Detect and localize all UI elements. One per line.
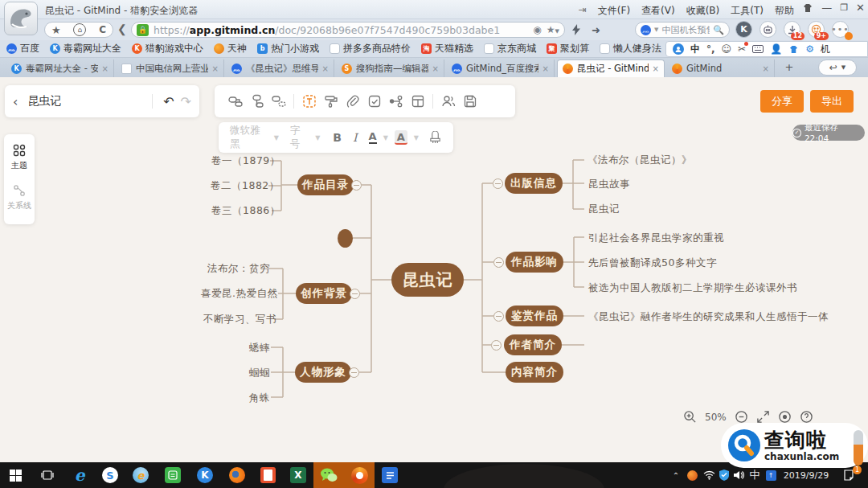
attachment-icon[interactable]: [342, 94, 363, 109]
share-button[interactable]: 分享: [760, 90, 804, 113]
floating-widget[interactable]: [854, 430, 863, 465]
wps-notebook-icon[interactable]: [252, 462, 283, 488]
mindmap-root-node[interactable]: 昆虫记: [391, 263, 464, 297]
highlight-color-button[interactable]: A: [395, 130, 407, 145]
menu-favorites[interactable]: 收藏(B): [686, 4, 720, 18]
chevron-down-icon[interactable]: ▼: [315, 134, 320, 141]
font-color-button[interactable]: A: [369, 131, 377, 144]
format-painter-icon[interactable]: [320, 94, 342, 109]
mindmap-floating-node[interactable]: [338, 229, 353, 248]
bookmark-item[interactable]: 淘天猫精选: [421, 42, 473, 55]
fit-screen-icon[interactable]: [756, 410, 770, 424]
kingsoft-icon[interactable]: K: [735, 21, 752, 38]
reader-mode-icon[interactable]: ◉: [533, 24, 541, 35]
ie-icon[interactable]: e: [64, 462, 95, 488]
shield-icon[interactable]: [717, 462, 731, 488]
home-icon[interactable]: ⌂: [73, 23, 86, 36]
tab-close-icon[interactable]: ×: [542, 64, 549, 73]
lightning-icon[interactable]: [572, 24, 580, 36]
ime-skin-icon[interactable]: [788, 45, 799, 54]
tab[interactable]: GitMind×: [667, 59, 775, 77]
ime-mode-indicator[interactable]: 中: [690, 43, 700, 56]
bookmark-item[interactable]: 天神: [214, 42, 247, 55]
tab[interactable]: S搜狗指南—编辑器×: [337, 59, 444, 77]
insert-child-node-icon[interactable]: [246, 94, 268, 109]
mindmap-topic[interactable]: 卷一（1879）: [211, 154, 280, 168]
bookmark-item[interactable]: 懒人健身法: [600, 42, 661, 55]
bookmark-item[interactable]: b热门小游戏: [257, 42, 319, 55]
excel-icon[interactable]: X: [283, 462, 313, 488]
restore-button[interactable]: ❐: [840, 2, 848, 13]
insert-sibling-node-icon[interactable]: [224, 94, 246, 109]
collapse-button[interactable]: [351, 180, 362, 191]
menu-help[interactable]: 帮助: [775, 4, 794, 18]
minimize-button[interactable]: —: [821, 2, 832, 14]
chevron-down-icon[interactable]: ▼: [383, 134, 388, 141]
ime-account-icon[interactable]: 👤: [770, 43, 782, 55]
tab[interactable]: 中国电信网上营业厅×: [117, 59, 224, 77]
task-view-button[interactable]: [32, 462, 63, 488]
mindmap-topic[interactable]: 蟋蟀: [249, 342, 270, 355]
undo-icon[interactable]: ↶: [163, 94, 174, 109]
wechat-icon[interactable]: [313, 462, 344, 488]
favorite-star-icon[interactable]: ★: [51, 24, 61, 36]
back-icon[interactable]: ‹: [13, 94, 18, 109]
go-arrow-icon[interactable]: ➜: [592, 24, 600, 36]
font-size-select[interactable]: 字号: [290, 124, 309, 151]
cheetah-browser-taskbar-icon[interactable]: [344, 462, 375, 488]
cheetah-browser-logo[interactable]: [4, 2, 38, 35]
mindmap-topic[interactable]: 卷二（1882）: [211, 179, 280, 193]
tab-active[interactable]: 昆虫记 - GitMind×: [557, 59, 665, 77]
mindmap-branch-node[interactable]: 作品影响: [506, 252, 563, 273]
mindmap-topic[interactable]: 《法布尔（昆虫记）》: [588, 154, 692, 167]
green-app-icon[interactable]: [158, 462, 188, 488]
tab-close-icon[interactable]: ×: [653, 64, 659, 73]
mindmap-topic[interactable]: 喜爱昆.热爱自然: [201, 287, 277, 301]
collapse-button[interactable]: [350, 289, 360, 299]
search-keyword[interactable]: 中国机长预售破...: [661, 24, 710, 36]
help-icon[interactable]: [800, 410, 813, 424]
chevron-down-icon[interactable]: ▼: [414, 134, 419, 141]
collapse-button[interactable]: [493, 178, 503, 189]
mindmap-topic[interactable]: 《昆虫记》融作者毕生的研究成果和人生感悟于一体: [588, 310, 829, 324]
sidebar-item-relation[interactable]: 关系线: [7, 184, 31, 211]
mindmap-topic[interactable]: 角蛛: [249, 392, 270, 405]
tab-close-icon[interactable]: ×: [102, 64, 108, 73]
collapse-button[interactable]: [493, 311, 504, 322]
relationship-icon[interactable]: [385, 94, 407, 109]
bookmark-star-icon[interactable]: ★▼: [547, 24, 559, 35]
ime-clipboard-scissors-icon[interactable]: ✂: [738, 43, 746, 55]
tab-close-icon[interactable]: ×: [322, 64, 329, 73]
chevron-down-icon[interactable]: ▼: [274, 134, 279, 141]
wifi-icon[interactable]: [701, 462, 717, 488]
url-text[interactable]: https://app.gitmind.cn/doc/92068b96e07f7…: [154, 24, 528, 36]
zoom-in-icon[interactable]: [683, 410, 697, 424]
menu-tools[interactable]: 工具(T): [731, 4, 764, 18]
mindmap-topic[interactable]: 蝈蝈: [249, 367, 270, 380]
more-menu-icon[interactable]: •••: [832, 21, 849, 38]
ime-keyboard-icon[interactable]: [752, 45, 764, 53]
zoom-out-icon[interactable]: [735, 410, 748, 424]
tab[interactable]: 灬GitMind_百度搜索×: [447, 59, 555, 77]
restore-tab-button[interactable]: ↩▼: [818, 59, 857, 76]
mindmap-topic[interactable]: 昆虫故事: [588, 178, 630, 191]
mindmap-topic[interactable]: 法布尔：贫穷: [207, 262, 270, 276]
ime-emoji-icon[interactable]: ☺: [722, 43, 732, 55]
new-tab-button[interactable]: +: [782, 61, 796, 74]
url-field[interactable]: 🔒 https://app.gitmind.cn/doc/92068b96e07…: [131, 22, 565, 38]
refresh-icon[interactable]: C: [99, 24, 106, 35]
assistant-robot-icon[interactable]: [760, 21, 776, 38]
mindmap-branch-node[interactable]: 内容简介: [506, 362, 563, 383]
sogou-browser-icon[interactable]: S: [95, 462, 125, 488]
locate-center-icon[interactable]: [778, 410, 792, 424]
layout-table-icon[interactable]: [407, 94, 428, 109]
insert-floating-node-icon[interactable]: [268, 94, 289, 109]
mindmap-branch-node[interactable]: 人物形象: [295, 362, 351, 383]
bookmark-item[interactable]: K猎豹游戏中心: [132, 42, 203, 55]
tab-close-icon[interactable]: ×: [432, 64, 439, 73]
kingsoft-k-icon[interactable]: K: [190, 462, 220, 488]
download-icon[interactable]: 12: [784, 21, 800, 38]
search-icon[interactable]: 🔍: [713, 25, 724, 35]
mindmap-topic[interactable]: 被选为中国人教版初二上学期学生必读课外书: [588, 281, 797, 295]
back-icon[interactable]: ❮: [117, 23, 127, 35]
